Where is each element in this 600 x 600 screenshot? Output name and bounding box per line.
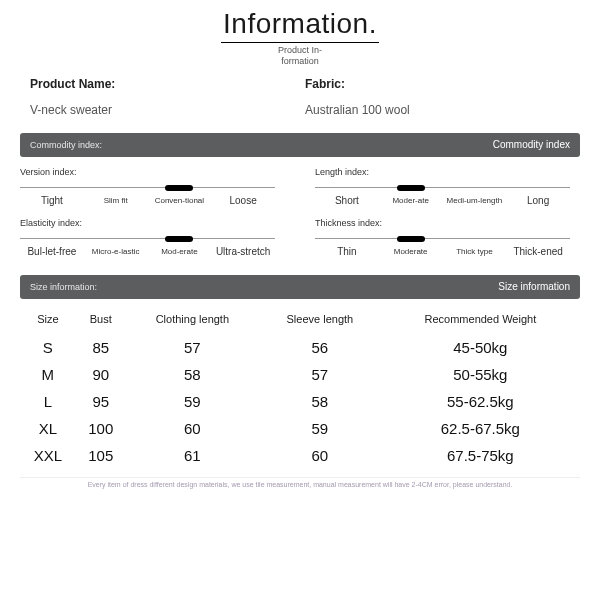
size-cell: S <box>20 334 76 361</box>
size-cell: 60 <box>259 442 381 469</box>
size-cell: 67.5-75kg <box>381 442 580 469</box>
length-scale: ShortModer-ateMedi-um-lengthLong <box>315 185 570 206</box>
index-row-1: Version index: TightSlim fitConven-tiona… <box>20 167 580 218</box>
bar-right-label: Commodity index <box>493 139 570 150</box>
size-col-header: Bust <box>76 309 126 334</box>
size-cell: 57 <box>126 334 259 361</box>
size-col-header: Recommended Weight <box>381 309 580 334</box>
fabric-value: Australian 100 wool <box>305 103 580 117</box>
size-cell: 95 <box>76 388 126 415</box>
size-table: SizeBustClothing lengthSleeve lengthReco… <box>20 309 580 469</box>
scale-option: Thin <box>315 246 379 257</box>
size-cell: 105 <box>76 442 126 469</box>
size-cell: 61 <box>126 442 259 469</box>
product-row: Product Name: V-neck sweater Fabric: Aus… <box>20 77 580 127</box>
scale-option: Bul-let-free <box>20 246 84 257</box>
elasticity-index-label: Elasticity index: <box>20 218 275 228</box>
size-cell: L <box>20 388 76 415</box>
scale-option: Short <box>315 195 379 206</box>
size-cell: 58 <box>259 388 381 415</box>
scale-option: Moderate <box>379 248 443 257</box>
size-cell: 100 <box>76 415 126 442</box>
elasticity-scale: Bul-let-freeMicro-e-lasticMod-erateUltra… <box>20 236 275 257</box>
version-index-label: Version index: <box>20 167 275 177</box>
size-cell: 85 <box>76 334 126 361</box>
footnote: Every item of dress different design mat… <box>20 477 580 488</box>
table-row: XXL105616067.5-75kg <box>20 442 580 469</box>
size-info-bar: Size information: Size information <box>20 275 580 299</box>
scale-option: Medi-um-length <box>443 197 507 206</box>
fabric-label: Fabric: <box>305 77 580 91</box>
scale-option: Conven-tional <box>148 197 212 206</box>
product-name-label: Product Name: <box>30 77 305 91</box>
scale-option: Micro-e-lastic <box>84 248 148 257</box>
version-scale: TightSlim fitConven-tionalLoose <box>20 185 275 206</box>
size-cell: 58 <box>126 361 259 388</box>
size-cell: XL <box>20 415 76 442</box>
scale-option: Mod-erate <box>148 248 212 257</box>
scale-option: Ultra-stretch <box>211 246 275 257</box>
scale-option: Thick type <box>443 248 507 257</box>
table-row: M90585750-55kg <box>20 361 580 388</box>
size-cell: 55-62.5kg <box>381 388 580 415</box>
size-table-body: S85575645-50kgM90585750-55kgL95595855-62… <box>20 334 580 469</box>
scale-option: Tight <box>20 195 84 206</box>
size-cell: 56 <box>259 334 381 361</box>
size-cell: 62.5-67.5kg <box>381 415 580 442</box>
size-col-header: Sleeve length <box>259 309 381 334</box>
scale-option: Loose <box>211 195 275 206</box>
bar-right-label: Size information <box>498 281 570 292</box>
size-cell: 59 <box>126 388 259 415</box>
page-subtitle: Product In-formation <box>270 45 330 67</box>
scale-option: Slim fit <box>84 197 148 206</box>
bar-left-label: Size information: <box>30 282 97 292</box>
size-cell: 90 <box>76 361 126 388</box>
scale-option: Thick-ened <box>506 246 570 257</box>
table-row: XL100605962.5-67.5kg <box>20 415 580 442</box>
page-title: Information. <box>221 8 379 43</box>
length-index-label: Length index: <box>315 167 570 177</box>
size-col-header: Clothing length <box>126 309 259 334</box>
scale-option: Moder-ate <box>379 197 443 206</box>
bar-left-label: Commodity index: <box>30 140 102 150</box>
size-cell: 50-55kg <box>381 361 580 388</box>
size-cell: M <box>20 361 76 388</box>
size-cell: 60 <box>126 415 259 442</box>
index-row-2: Elasticity index: Bul-let-freeMicro-e-la… <box>20 218 580 269</box>
thickness-index-label: Thickness index: <box>315 218 570 228</box>
table-row: L95595855-62.5kg <box>20 388 580 415</box>
commodity-index-bar: Commodity index: Commodity index <box>20 133 580 157</box>
size-col-header: Size <box>20 309 76 334</box>
thickness-scale: ThinModerateThick typeThick-ened <box>315 236 570 257</box>
table-row: S85575645-50kg <box>20 334 580 361</box>
size-cell: 45-50kg <box>381 334 580 361</box>
product-name-value: V-neck sweater <box>30 103 305 117</box>
size-cell: 57 <box>259 361 381 388</box>
scale-option: Long <box>506 195 570 206</box>
size-cell: XXL <box>20 442 76 469</box>
size-table-header-row: SizeBustClothing lengthSleeve lengthReco… <box>20 309 580 334</box>
size-cell: 59 <box>259 415 381 442</box>
